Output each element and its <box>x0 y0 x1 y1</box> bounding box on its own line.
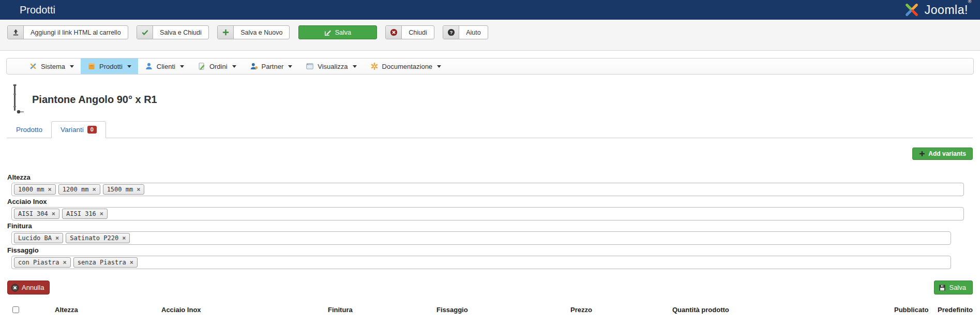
help-icon: ? <box>443 26 459 39</box>
tag[interactable]: Satinato P220 <box>66 233 130 243</box>
field-label-fissaggio: Fissaggio <box>7 246 973 254</box>
menu-item-label: Prodotti <box>99 63 123 70</box>
column-header-finitura: Finitura <box>328 302 436 318</box>
altezza-tags-input[interactable]: 1000 mm 1200 mm 1500 mm <box>11 183 964 196</box>
finitura-tags-input[interactable]: Lucido BA Satinato P220 <box>11 231 951 245</box>
chevron-down-icon <box>437 65 441 68</box>
tag[interactable]: AISI 316 <box>62 209 108 219</box>
column-header-quantita: Quantità prodotto <box>672 302 894 318</box>
plus-icon <box>919 151 925 157</box>
help-button[interactable]: ? Aiuto <box>443 25 488 39</box>
tag-label: AISI 316 <box>66 210 96 217</box>
cancel-circle-icon <box>11 284 19 292</box>
tab-label: Varianti <box>61 126 84 134</box>
tag[interactable]: AISI 304 <box>14 209 59 219</box>
order-icon <box>198 62 206 70</box>
close-button[interactable]: Chiudi <box>385 25 434 39</box>
field-label-acciaio-inox: Acciaio Inox <box>7 198 973 205</box>
button-label: Aiuto <box>459 29 488 36</box>
joomla-logo-text: Joomla!® <box>925 3 972 17</box>
button-label: Annulla <box>22 284 44 291</box>
remove-tag-icon[interactable] <box>55 234 59 242</box>
chevron-down-icon <box>70 65 74 68</box>
menu-item-documentazione[interactable]: Documentazione <box>364 58 448 74</box>
tag-label: Lucido BA <box>18 234 52 242</box>
remove-tag-icon[interactable] <box>137 186 140 193</box>
field-label-finitura: Finitura <box>7 222 973 230</box>
save-button[interactable]: Salva <box>298 25 377 39</box>
edit-icon <box>324 26 335 39</box>
tag-label: senza Piastra <box>78 259 126 266</box>
tag[interactable]: 1500 mm <box>103 184 145 195</box>
remove-tag-icon[interactable] <box>92 186 96 193</box>
svg-text:?: ? <box>449 30 453 35</box>
menu-item-partner[interactable]: Partner <box>243 58 299 74</box>
tag-label: AISI 304 <box>18 210 48 217</box>
remove-tag-icon[interactable] <box>122 234 126 242</box>
monitor-icon <box>306 62 314 70</box>
partner-icon <box>250 62 258 70</box>
menu-item-prodotti[interactable]: Prodotti <box>81 58 138 74</box>
product-thumbnail <box>7 83 25 115</box>
check-icon <box>137 26 153 39</box>
docs-icon <box>370 62 379 70</box>
select-all-checkbox[interactable] <box>12 306 19 313</box>
button-label: Salva <box>949 284 966 291</box>
main-menubar: Sistema Prodotti Clienti Ordini Partner <box>6 58 974 75</box>
fissaggio-tags-input[interactable]: con Piastra senza Piastra <box>11 256 951 269</box>
remove-tag-icon[interactable] <box>52 210 55 217</box>
page-title: Prodotti <box>20 4 55 16</box>
tab-prodotto[interactable]: Prodotto <box>7 122 51 138</box>
add-variants-button[interactable]: Add variants <box>912 148 973 160</box>
tab-label: Prodotto <box>16 126 42 134</box>
product-title: Piantone Angolo 90° x R1 <box>32 94 157 106</box>
column-header-pubblicato: Pubblicato <box>894 302 937 318</box>
add-variants-row: Add variants <box>7 148 973 160</box>
remove-tag-icon[interactable] <box>130 259 133 266</box>
button-label: Salva e Chiudi <box>153 29 208 36</box>
package-icon <box>87 62 96 70</box>
remove-tag-icon[interactable] <box>63 259 66 266</box>
tools-icon <box>29 62 37 70</box>
tag[interactable]: 1000 mm <box>14 184 56 195</box>
floppy-save-icon <box>939 284 946 291</box>
user-icon <box>145 62 153 70</box>
product-header: Piantone Angolo 90° x R1 <box>7 83 973 116</box>
save-close-button[interactable]: Salva e Chiudi <box>137 25 209 39</box>
acciaio-inox-tags-input[interactable]: AISI 304 AISI 316 <box>11 207 964 220</box>
menu-item-clienti[interactable]: Clienti <box>138 58 191 74</box>
cancel-button[interactable]: Annulla <box>7 281 50 294</box>
save-variants-button[interactable]: Salva <box>934 281 973 294</box>
column-header-fissaggio: Fissaggio <box>436 302 570 318</box>
menu-item-visualizza[interactable]: Visualizza <box>299 58 363 74</box>
tag[interactable]: 1200 mm <box>58 184 100 195</box>
menu-item-ordini[interactable]: Ordini <box>191 58 243 74</box>
chevron-down-icon <box>232 65 236 68</box>
field-label-altezza: Altezza <box>7 173 973 181</box>
save-new-button[interactable]: Salva e Nuovo <box>217 25 290 39</box>
chevron-down-icon <box>127 65 131 68</box>
chevron-down-icon <box>288 65 292 68</box>
tag[interactable]: senza Piastra <box>73 257 138 268</box>
menu-item-sistema[interactable]: Sistema <box>22 58 81 74</box>
tag-label: 1500 mm <box>107 186 133 193</box>
cancel-icon <box>386 26 402 39</box>
menu-item-label: Ordini <box>209 63 228 70</box>
add-html-cart-button[interactable]: Aggiungi il link HTML al carrello <box>7 25 128 39</box>
tab-varianti[interactable]: Varianti 0 <box>51 121 106 138</box>
chevron-down-icon <box>180 65 184 68</box>
button-label: Add variants <box>928 150 966 157</box>
tag-label: 1200 mm <box>63 186 89 193</box>
menu-item-label: Documentazione <box>382 63 433 70</box>
remove-tag-icon[interactable] <box>100 210 103 217</box>
remove-tag-icon[interactable] <box>48 186 52 193</box>
variant-attribute-fields: Altezza 1000 mm 1200 mm 1500 mm Acciaio … <box>7 173 973 269</box>
tag[interactable]: con Piastra <box>14 257 71 268</box>
variants-count-badge: 0 <box>87 126 97 134</box>
column-header-altezza: Altezza <box>55 302 161 318</box>
button-label: Chiudi <box>402 29 433 36</box>
tag[interactable]: Lucido BA <box>14 233 63 243</box>
menu-item-label: Sistema <box>41 63 65 70</box>
content-area: Piantone Angolo 90° x R1 Prodotto Varian… <box>0 83 980 318</box>
button-label: Salva e Nuovo <box>234 29 289 36</box>
